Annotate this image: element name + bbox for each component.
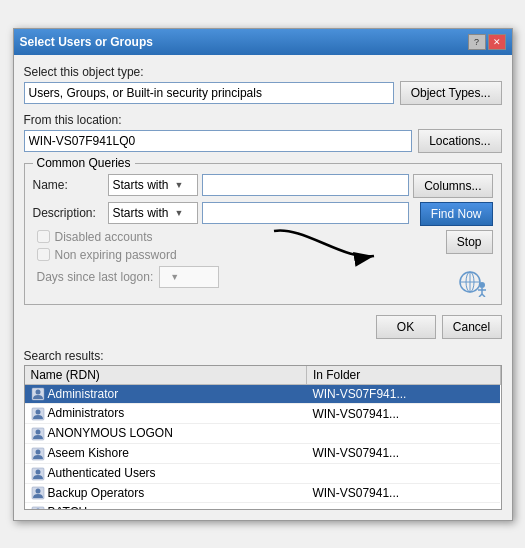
result-name-cell: Aseem Kishore: [25, 443, 307, 463]
non-expiring-checkbox: [37, 248, 50, 261]
svg-line-8: [482, 294, 485, 297]
name-input[interactable]: [202, 174, 409, 196]
result-folder-cell: WIN-VS07F941...: [306, 384, 500, 404]
results-table-body: AdministratorWIN-VS07F941... Administrat…: [25, 384, 501, 510]
description-filter-arrow: ▼: [175, 208, 184, 218]
common-queries-container: Common Queries Name: Starts with ▼: [24, 161, 502, 305]
object-types-button[interactable]: Object Types...: [400, 81, 502, 105]
locations-button[interactable]: Locations...: [418, 129, 501, 153]
disabled-accounts-row: Disabled accounts: [33, 230, 409, 244]
name-filter-arrow: ▼: [175, 180, 184, 190]
object-type-row: Object Types...: [24, 81, 502, 105]
result-name-cell: Administrators: [25, 404, 307, 424]
user-icon: [31, 486, 45, 500]
name-label: Name:: [33, 178, 108, 192]
disabled-accounts-checkbox: [37, 230, 50, 243]
svg-point-4: [479, 282, 485, 288]
svg-point-17: [35, 449, 40, 454]
result-name-cell: Backup Operators: [25, 483, 307, 503]
description-input[interactable]: [202, 202, 409, 224]
table-row[interactable]: Backup OperatorsWIN-VS07941...: [25, 483, 501, 503]
dialog-body: Select this object type: Object Types...…: [14, 55, 512, 315]
disabled-accounts-label: Disabled accounts: [55, 230, 153, 244]
table-row[interactable]: AdministratorsWIN-VS07941...: [25, 404, 501, 424]
search-results-label: Search results:: [24, 349, 502, 363]
stop-button[interactable]: Stop: [446, 230, 493, 254]
results-table-container[interactable]: Name (RDN) In Folder AdministratorWIN-VS…: [24, 365, 502, 510]
ok-cancel-row: OK Cancel: [24, 315, 502, 339]
results-table: Name (RDN) In Folder AdministratorWIN-VS…: [25, 366, 501, 510]
user-icon: [31, 467, 45, 481]
search-results-section: Search results: Name (RDN) In Folder Adm…: [24, 349, 502, 510]
location-input: [24, 130, 413, 152]
result-folder-cell: [306, 503, 500, 510]
svg-point-23: [35, 509, 40, 510]
description-label: Description:: [33, 206, 108, 220]
days-logon-arrow: ▼: [170, 272, 179, 282]
table-row[interactable]: AdministratorWIN-VS07F941...: [25, 384, 501, 404]
name-filter-select[interactable]: Starts with ▼: [108, 174, 198, 196]
queries-fields: Name: Starts with ▼ Description: Start: [33, 174, 409, 298]
result-folder-cell: WIN-VS07941...: [306, 404, 500, 424]
non-expiring-label: Non expiring password: [55, 248, 177, 262]
columns-button[interactable]: Columns...: [413, 174, 492, 198]
result-folder-cell: WIN-VS07941...: [306, 483, 500, 503]
svg-point-19: [35, 469, 40, 474]
table-row[interactable]: Aseem KishoreWIN-VS07941...: [25, 443, 501, 463]
cancel-button[interactable]: Cancel: [442, 315, 502, 339]
user-icon: [31, 506, 45, 509]
title-bar: Select Users or Groups ? ✕: [14, 29, 512, 55]
object-type-label: Select this object type:: [24, 65, 502, 79]
select-users-dialog: Select Users or Groups ? ✕ Select this o…: [13, 28, 513, 521]
location-label: From this location:: [24, 113, 502, 127]
result-name-cell: Authenticated Users: [25, 463, 307, 483]
results-table-header: Name (RDN) In Folder: [25, 366, 501, 385]
user-icon: [31, 447, 45, 461]
results-header-row: Name (RDN) In Folder: [25, 366, 501, 385]
result-folder-cell: WIN-VS07941...: [306, 443, 500, 463]
svg-point-11: [35, 390, 40, 395]
svg-point-21: [35, 489, 40, 494]
location-section: From this location: Locations...: [24, 113, 502, 153]
table-row[interactable]: Authenticated Users: [25, 463, 501, 483]
days-logon-select: ▼: [159, 266, 219, 288]
svg-point-15: [35, 429, 40, 434]
table-row[interactable]: BATCH: [25, 503, 501, 510]
col-name: Name (RDN): [25, 366, 307, 385]
svg-rect-22: [32, 507, 44, 509]
find-now-button[interactable]: Find Now: [420, 202, 493, 226]
description-filter-value: Starts with: [113, 206, 169, 220]
description-field-row: Description: Starts with ▼: [33, 202, 409, 224]
location-row: Locations...: [24, 129, 502, 153]
user-icon: [31, 407, 45, 421]
dialog-title: Select Users or Groups: [20, 35, 153, 49]
result-folder-cell: [306, 424, 500, 444]
search-icon: [457, 266, 493, 298]
non-expiring-row: Non expiring password: [33, 248, 409, 262]
col-folder: In Folder: [306, 366, 500, 385]
result-name-cell: ANONYMOUS LOGON: [25, 424, 307, 444]
days-logon-row: Days since last logon: ▼: [33, 266, 409, 288]
queries-inner: Name: Starts with ▼ Description: Start: [33, 174, 493, 298]
ok-button[interactable]: OK: [376, 315, 436, 339]
description-filter-select[interactable]: Starts with ▼: [108, 202, 198, 224]
queries-buttons: Columns... Find Now Stop: [413, 174, 493, 298]
user-icon: [31, 387, 45, 401]
table-row[interactable]: ANONYMOUS LOGON: [25, 424, 501, 444]
name-field-row: Name: Starts with ▼: [33, 174, 409, 196]
result-name-cell: Administrator: [25, 384, 307, 404]
result-name-cell: BATCH: [25, 503, 307, 510]
svg-point-13: [35, 410, 40, 415]
common-queries-tab[interactable]: Common Queries: [33, 156, 135, 170]
close-button[interactable]: ✕: [488, 34, 506, 50]
title-bar-controls: ? ✕: [468, 34, 506, 50]
result-folder-cell: [306, 463, 500, 483]
object-type-section: Select this object type: Object Types...: [24, 65, 502, 105]
bottom-section: OK Cancel Search results: Name (RDN) In …: [14, 315, 512, 520]
common-queries-groupbox: Common Queries Name: Starts with ▼: [24, 163, 502, 305]
days-logon-label: Days since last logon:: [37, 270, 154, 284]
help-button[interactable]: ?: [468, 34, 486, 50]
user-icon: [31, 427, 45, 441]
name-filter-value: Starts with: [113, 178, 169, 192]
object-type-input: [24, 82, 394, 104]
